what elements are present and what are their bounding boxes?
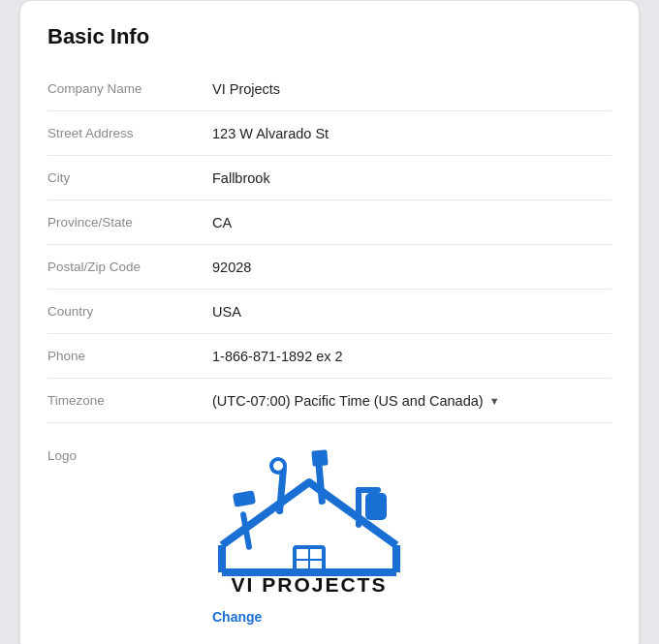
logo-image: VI PROJECTS CONSTRUCTION — [212, 439, 406, 598]
logo-label: Logo — [47, 439, 212, 463]
timezone-text: (UTC-07:00) Pacific Time (US and Canada) — [212, 393, 484, 409]
postal-zip-row: Postal/Zip Code 92028 — [47, 245, 612, 290]
logo-content: VI PROJECTS CONSTRUCTION Change — [212, 439, 612, 625]
phone-row: Phone 1-866-871-1892 ex 2 — [47, 334, 612, 379]
province-state-row: Province/State CA — [47, 200, 612, 245]
timezone-label: Timezone — [47, 393, 212, 408]
svg-rect-13 — [356, 487, 361, 528]
svg-rect-14 — [356, 487, 381, 493]
svg-rect-12 — [311, 449, 328, 466]
city-value: Fallbrook — [212, 170, 612, 186]
timezone-row: Timezone (UTC-07:00) Pacific Time (US an… — [47, 379, 612, 423]
country-label: Country — [47, 304, 212, 319]
street-address-label: Street Address — [47, 126, 212, 140]
change-logo-button[interactable]: Change — [212, 609, 262, 625]
company-name-value: VI Projects — [212, 81, 612, 97]
country-row: Country USA — [47, 290, 612, 334]
svg-rect-7 — [233, 490, 256, 507]
country-value: USA — [212, 304, 612, 320]
company-name-label: Company Name — [47, 81, 212, 96]
phone-label: Phone — [47, 349, 212, 363]
postal-zip-value: 92028 — [212, 260, 612, 275]
street-address-value: 123 W Alvarado St — [212, 126, 612, 141]
phone-value: 1-866-871-1892 ex 2 — [212, 349, 612, 364]
svg-point-10 — [273, 461, 283, 471]
logo-row: Logo — [47, 423, 612, 625]
svg-rect-15 — [365, 493, 387, 520]
province-state-label: Province/State — [47, 215, 212, 230]
timezone-value[interactable]: (UTC-07:00) Pacific Time (US and Canada)… — [212, 393, 612, 409]
chevron-down-icon: ▼ — [489, 395, 500, 407]
card-title: Basic Info — [47, 24, 612, 49]
company-name-row: Company Name VI Projects — [47, 67, 612, 111]
basic-info-card: Basic Info Company Name VI Projects Stre… — [19, 0, 640, 644]
city-label: City — [47, 170, 212, 185]
city-row: City Fallbrook — [47, 156, 612, 200]
postal-zip-label: Postal/Zip Code — [47, 260, 212, 274]
svg-text:VI PROJECTS: VI PROJECTS — [232, 573, 388, 594]
street-address-row: Street Address 123 W Alvarado St — [47, 111, 612, 156]
province-state-value: CA — [212, 215, 612, 230]
